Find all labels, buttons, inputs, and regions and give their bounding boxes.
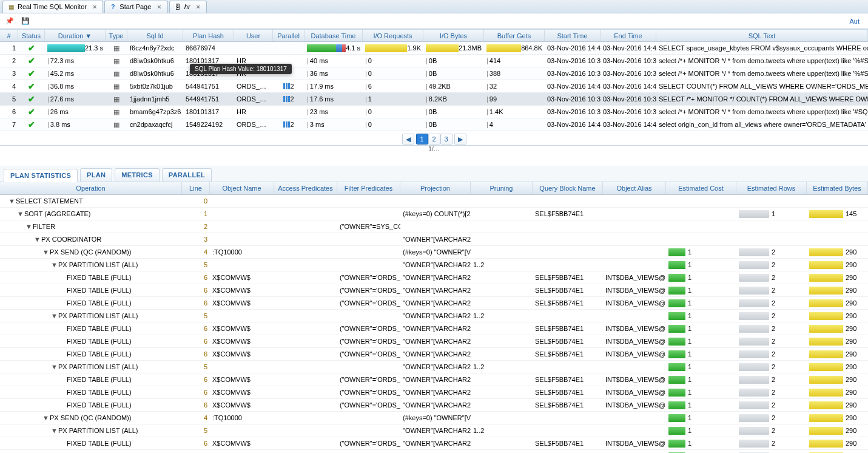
col-header[interactable]: I/O Requests <box>363 30 423 41</box>
tab-sql-monitor[interactable]: ▦ Real Time SQL Monitor × <box>2 1 103 13</box>
status-ok-icon: ✔ <box>28 69 35 78</box>
sql-type-icon: ▦ <box>113 57 119 65</box>
plan-col-header[interactable]: Projection <box>400 182 471 194</box>
col-header[interactable]: # <box>0 30 18 41</box>
plan-row[interactable]: ▼SELECT STATEMENT0 <box>0 195 868 208</box>
page-1[interactable]: 1 <box>416 134 428 145</box>
subtab-plan[interactable]: PLAN <box>80 168 112 182</box>
expand-icon[interactable]: ▼ <box>34 236 40 243</box>
close-icon[interactable]: × <box>93 3 96 10</box>
close-icon[interactable]: × <box>197 3 200 10</box>
sql-type-icon: ▦ <box>113 70 119 78</box>
expand-icon[interactable]: ▼ <box>17 210 23 217</box>
auto-refresh-link[interactable]: Aut <box>849 18 864 25</box>
toolbar: 📌 💾 Aut <box>0 13 868 29</box>
plan-col-header[interactable]: Query Block Name <box>533 182 603 194</box>
tab-label: Start Page <box>119 3 151 10</box>
plan-row[interactable]: ▼PX PARTITION LIST (ALL)5"OWNER"[VARCHAR… <box>0 310 868 322</box>
plan-col-header[interactable]: Line <box>182 182 210 194</box>
expand-icon[interactable]: ▼ <box>42 248 49 256</box>
expand-icon[interactable]: ▼ <box>25 223 32 230</box>
plan-row[interactable]: FIXED TABLE (FULL)6X$COMVW$("OWNER"='ORD… <box>0 335 868 348</box>
page-3[interactable]: 3 <box>440 134 453 145</box>
plan-col-header[interactable]: Pruning <box>471 182 533 194</box>
sql-row[interactable]: 2✔|72.3 ms▦d8iw0sk0htku6180101317HR|40 m… <box>0 55 868 67</box>
sql-type-icon: ▦ <box>113 121 119 129</box>
sql-type-icon: ▦ <box>113 95 119 103</box>
subtab-metrics[interactable]: METRICS <box>115 168 160 182</box>
plan-row[interactable]: FIXED TABLE (FULL)6X$COMVW$("OWNER"='ORD… <box>0 437 868 450</box>
sql-row[interactable]: 6✔|26 ms▦bmam6g47zp3z6180101317HR|23 ms|… <box>0 106 868 118</box>
col-header[interactable]: Plan Hash <box>183 30 234 41</box>
pager-next[interactable]: ▶ <box>454 134 466 145</box>
plan-col-header[interactable]: Estimated Rows <box>736 182 807 194</box>
col-header[interactable]: SQL Text <box>656 30 868 41</box>
col-header[interactable]: User <box>234 30 273 41</box>
col-header[interactable]: Sql Id <box>127 30 183 41</box>
plan-row[interactable]: ▼PX SEND (QC (RANDOM))4:TQ10000(#keys=0)… <box>0 412 868 424</box>
status-ok-icon: ✔ <box>28 56 35 66</box>
plan-row[interactable]: FIXED TABLE (FULL)6X$COMVW$("OWNER"='ORD… <box>0 399 868 412</box>
plan-col-header[interactable]: Filter Predicates <box>337 182 400 194</box>
save-button[interactable]: 💾 <box>19 15 32 27</box>
col-header[interactable]: Duration ▼ <box>45 30 106 41</box>
expand-icon[interactable]: ▼ <box>51 261 57 268</box>
col-header[interactable]: Parallel <box>273 30 304 41</box>
plan-row[interactable]: FIXED TABLE (FULL)6X$COMVW$("OWNER"='ORD… <box>0 322 868 335</box>
tab-hr[interactable]: 🗄 hr × <box>169 1 207 13</box>
plan-row[interactable]: ▼PX PARTITION LIST (ALL)5"OWNER"[VARCHAR… <box>0 259 868 271</box>
pager-prev[interactable]: ◀ <box>402 134 414 145</box>
sql-row[interactable]: 5✔|27.6 ms▦1jjadnn1jmh5544941751ORDS_… 2… <box>0 93 868 106</box>
plan-row[interactable]: ▼FILTER2("OWNER"=SYS_CON… <box>0 220 868 233</box>
plan-header: OperationLineObject NameAccess Predicate… <box>0 182 868 195</box>
col-header[interactable]: Database Time <box>304 30 363 41</box>
subtab-plan-statistics[interactable]: PLAN STATISTICS <box>4 169 78 182</box>
col-header[interactable]: Buffer Gets <box>484 30 545 41</box>
sql-row[interactable]: 4✔|36.8 ms▦5xbt0z7k01jub544941751ORDS_… … <box>0 80 868 93</box>
expand-icon[interactable]: ▼ <box>51 427 57 434</box>
plan-col-header[interactable]: Object Name <box>210 182 274 194</box>
grid-icon: ▦ <box>7 2 15 11</box>
col-header[interactable]: Type <box>106 30 127 41</box>
plan-row[interactable]: FIXED TABLE (FULL)6X$COMVW$("OWNER"='ORD… <box>0 386 868 399</box>
plan-row[interactable]: FIXED TABLE (FULL)6X$COMVW$("OWNER"='ORD… <box>0 348 868 361</box>
expand-icon[interactable]: ▼ <box>51 363 57 370</box>
close-icon[interactable]: × <box>157 3 161 10</box>
plan-row[interactable]: ▼PX COORDINATOR3"OWNER"[VARCHAR2… <box>0 233 868 246</box>
expand-icon[interactable]: ▼ <box>8 197 15 205</box>
col-header[interactable]: Start Time <box>545 30 601 41</box>
page-2[interactable]: 2 <box>428 134 440 145</box>
col-header[interactable]: Status <box>18 30 45 41</box>
plan-col-header[interactable]: Operation <box>0 182 182 194</box>
plan-row[interactable]: ▼PX SEND (QC (RANDOM))4:TQ10000(#keys=0)… <box>0 246 868 259</box>
subtab-parallel[interactable]: PARALLEL <box>162 168 212 182</box>
col-header[interactable]: End Time <box>601 30 656 41</box>
expand-icon[interactable]: ▼ <box>42 414 49 421</box>
page-info: 1/… <box>0 146 868 155</box>
plan-row[interactable]: FIXED TABLE (FULL)6X$COMVW$("OWNER"='ORD… <box>0 373 868 386</box>
pin-button[interactable]: 📌 <box>4 15 16 27</box>
col-header[interactable]: I/O Bytes <box>423 30 484 41</box>
pager: ◀ 123 ▶ <box>0 131 868 146</box>
sql-row[interactable]: 1✔ 21.3 s▦f6cz4n8y72xdc86676974 4.1 s 1.… <box>0 42 868 55</box>
plan-col-header[interactable]: Estimated Bytes <box>807 182 868 194</box>
sql-type-icon: ▦ <box>113 83 119 90</box>
parallel-icon <box>283 121 290 128</box>
plan-row[interactable]: ▼PX PARTITION LIST (ALL)5"OWNER"[VARCHAR… <box>0 424 868 437</box>
plan-row[interactable]: FIXED TABLE (FULL)6X$COMVW$("OWNER"='ORD… <box>0 284 868 297</box>
plan-row[interactable]: ▼PX PARTITION LIST (ALL)5"OWNER"[VARCHAR… <box>0 361 868 373</box>
sql-grid-header: #StatusDuration ▼TypeSql IdPlan HashUser… <box>0 29 868 42</box>
plan-col-header[interactable]: Access Predicates <box>274 182 337 194</box>
plan-col-header[interactable]: Object Alias <box>603 182 666 194</box>
sql-row[interactable]: 3✔|45.2 ms▦d8iw0sk0htku6180101317HR|36 m… <box>0 67 868 80</box>
plan-row[interactable]: FIXED TABLE (FULL)6X$COMVW$("OWNER"='ORD… <box>0 297 868 310</box>
expand-icon[interactable]: ▼ <box>51 312 57 319</box>
sql-row[interactable]: 7✔|3.8 ms▦cn2dpaxaqcfcj1549224192ORDS_… … <box>0 118 868 131</box>
plan-row[interactable]: FIXED TABLE (FULL)6X$COMVW$("OWNER"='ORD… <box>0 450 868 453</box>
plan-col-header[interactable]: Estimated Cost <box>666 182 736 194</box>
status-ok-icon: ✔ <box>28 43 35 53</box>
tab-start-page[interactable]: ? Start Page × <box>104 1 167 13</box>
plan-row[interactable]: FIXED TABLE (FULL)6X$COMVW$("OWNER"='ORD… <box>0 271 868 284</box>
help-icon: ? <box>109 2 117 11</box>
plan-row[interactable]: ▼SORT (AGGREGATE)1(#keys=0) COUNT(*)[22]… <box>0 208 868 220</box>
